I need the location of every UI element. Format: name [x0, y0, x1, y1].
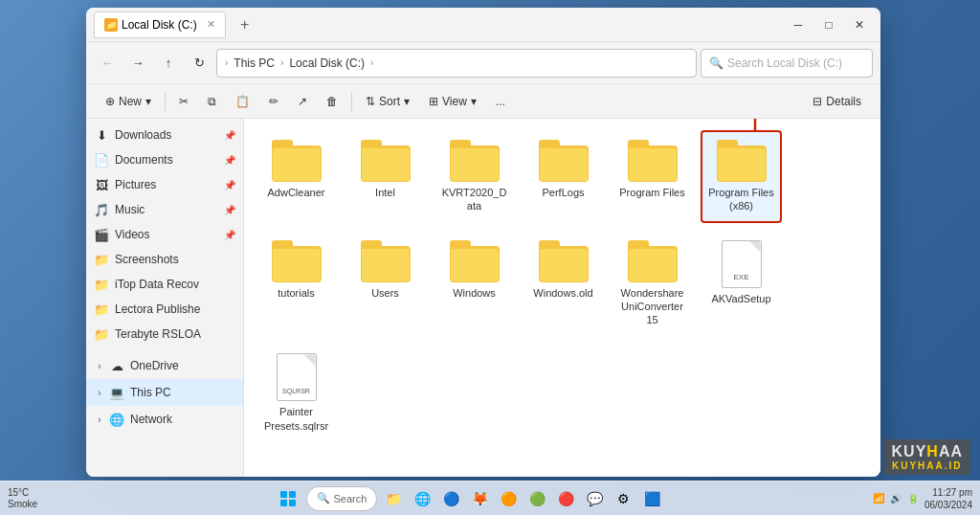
sort-button[interactable]: ⇅ Sort ▾	[358, 91, 417, 112]
ribbon-toolbar: ⊕ New ▾ ✂ ⧉ 📋 ✏ ↗ 🗑	[86, 84, 880, 119]
file-item-adwcleaner[interactable]: AdwCleaner	[256, 130, 337, 223]
close-button[interactable]: ✕	[846, 11, 873, 38]
sort-icon: ⇅	[366, 95, 375, 108]
pin-icon-4: 📌	[224, 205, 235, 215]
taskbar-app1-icon[interactable]: 🟠	[496, 486, 521, 511]
file-item-intel[interactable]: Intel	[345, 130, 426, 223]
time-display[interactable]: 11:27 pm 06/03/2024	[924, 486, 972, 511]
taskbar-search[interactable]: 🔍 Search	[306, 486, 378, 511]
maximize-button[interactable]: □	[815, 11, 842, 38]
file-item-windows[interactable]: Windows	[434, 231, 515, 337]
folder-icon-3: 📁	[94, 302, 109, 317]
sidebar-item-documents[interactable]: 📄 Documents 📌	[86, 147, 243, 172]
copy-button[interactable]: ⧉	[200, 91, 224, 112]
file-icon-painter: SQLRSR	[277, 353, 317, 401]
network-icon: 🌐	[109, 412, 124, 427]
sidebar-group-thispc[interactable]: › 💻 This PC	[86, 379, 243, 406]
watermark-h: H	[926, 443, 939, 459]
back-button[interactable]: ←	[94, 50, 121, 77]
folder-icon-windowsold	[539, 240, 589, 282]
taskbar-chrome-icon[interactable]: 🔵	[438, 486, 463, 511]
more-button[interactable]: ...	[488, 91, 513, 112]
folder-icon-1: 📁	[94, 252, 109, 267]
file-item-kvrt2020[interactable]: KVRT2020_Data	[434, 130, 515, 223]
taskbar-weather: 15°C Smoke	[8, 487, 37, 510]
new-tab-button[interactable]: +	[232, 11, 258, 38]
sidebar-item-videos[interactable]: 🎬 Videos 📌	[86, 222, 243, 247]
speaker-icon: 🔊	[890, 493, 902, 504]
file-item-users[interactable]: Users	[345, 231, 426, 337]
file-item-windowsold[interactable]: Windows.old	[523, 231, 604, 337]
pin-icon: 📌	[224, 130, 235, 141]
sidebar-group-network[interactable]: › 🌐 Network	[86, 406, 243, 433]
folder-icon-kvrt2020	[450, 140, 500, 182]
tab-close-icon[interactable]: ✕	[207, 18, 215, 31]
nav-separator-icon: ›	[225, 57, 228, 68]
sidebar-group-onedrive[interactable]: › ☁ OneDrive	[86, 352, 243, 379]
cut-icon: ✂	[179, 95, 189, 108]
videos-icon: 🎬	[94, 227, 109, 242]
details-button[interactable]: ⊟ Details	[805, 91, 869, 112]
paste-button[interactable]: 📋	[228, 91, 257, 112]
sidebar-item-terabyte[interactable]: 📁 Terabyte RSLOA	[86, 322, 243, 347]
file-item-akvadsetup[interactable]: EXE AKVadSetup	[701, 231, 782, 337]
title-bar-left: 📁 Local Disk (C:) ✕ +	[94, 11, 785, 38]
documents-icon: 📄	[94, 152, 109, 168]
view-dropdown-icon: ▾	[471, 95, 477, 108]
file-item-perflogs[interactable]: PerfLogs	[523, 130, 604, 223]
address-this-pc[interactable]: This PC	[234, 56, 275, 70]
taskbar-app2-icon[interactable]: 🟢	[524, 486, 549, 511]
sidebar: ⬇ Downloads 📌 📄 Documents 📌 🖼 Pictures 📌	[86, 119, 244, 477]
pictures-icon: 🖼	[94, 177, 109, 192]
taskbar-edge-icon[interactable]: 🌐	[410, 486, 434, 511]
taskbar-explorer-icon[interactable]: 📁	[381, 486, 406, 511]
new-button[interactable]: ⊕ New ▾	[98, 91, 159, 112]
minimize-button[interactable]: ─	[785, 11, 812, 38]
sidebar-item-music[interactable]: 🎵 Music 📌	[86, 197, 243, 222]
red-arrow-annotation	[746, 119, 765, 134]
up-button[interactable]: ↑	[155, 50, 182, 77]
sidebar-item-lectora[interactable]: 📁 Lectora Publishe	[86, 297, 243, 322]
window-controls: ─ □ ✕	[785, 11, 873, 38]
file-area: AdwCleaner Intel	[244, 119, 880, 477]
file-item-painter[interactable]: SQLRSR Painter Presets.sqlrsr	[256, 344, 337, 442]
taskbar-app5-icon[interactable]: ⚙	[611, 486, 635, 511]
navigation-toolbar: ← → ↑ ↻ › This PC › Local Disk (C:) › 🔍 …	[86, 42, 880, 84]
folder-icon-programfiles	[628, 140, 678, 182]
file-item-programfilesx86[interactable]: Program Files (x86)	[701, 130, 782, 223]
taskbar-firefox-icon[interactable]: 🦊	[467, 486, 492, 511]
address-local-disk[interactable]: Local Disk (C:)	[289, 56, 365, 70]
rename-button[interactable]: ✏	[261, 91, 286, 112]
ribbon-sep-2	[351, 92, 352, 111]
taskbar-app3-icon[interactable]: 🔴	[553, 486, 578, 511]
sidebar-item-pictures[interactable]: 🖼 Pictures 📌	[86, 172, 243, 197]
taskbar-search-icon: 🔍	[317, 492, 330, 504]
delete-button[interactable]: 🗑	[319, 91, 345, 112]
share-button[interactable]: ↗	[290, 91, 315, 112]
file-label-tutorials: tutorials	[278, 286, 315, 300]
refresh-button[interactable]: ↻	[186, 50, 212, 77]
sidebar-item-screenshots[interactable]: 📁 Screenshots	[86, 247, 243, 272]
tab-title: Local Disk (C:)	[122, 18, 197, 32]
taskbar-app6-icon[interactable]: 🟦	[639, 486, 664, 511]
view-button[interactable]: ⊞ View ▾	[421, 91, 484, 112]
folder-icon-users	[361, 240, 411, 282]
folder-icon-programfilesx86	[717, 140, 767, 182]
taskbar-app4-icon[interactable]: 💬	[582, 486, 607, 511]
search-bar[interactable]: 🔍 Search Local Disk (C:)	[701, 49, 873, 78]
window-tab[interactable]: 📁 Local Disk (C:) ✕	[94, 11, 226, 38]
file-label-windowsold: Windows.old	[533, 286, 592, 300]
pin-icon-2: 📌	[224, 155, 235, 166]
rename-icon: ✏	[269, 95, 278, 108]
file-item-tutorials[interactable]: tutorials	[256, 231, 337, 337]
title-bar: 📁 Local Disk (C:) ✕ + ─ □ ✕	[86, 8, 880, 42]
file-item-wondershare[interactable]: Wondershare UniConverter 15	[612, 231, 693, 337]
weather-temp: 15°C	[8, 487, 37, 499]
file-item-programfiles[interactable]: Program Files	[612, 130, 693, 223]
start-button[interactable]	[274, 484, 302, 513]
cut-button[interactable]: ✂	[171, 91, 196, 112]
sidebar-item-itop[interactable]: 📁 iTop Data Recov	[86, 272, 243, 297]
sidebar-item-downloads[interactable]: ⬇ Downloads 📌	[86, 123, 243, 147]
address-bar[interactable]: › This PC › Local Disk (C:) ›	[216, 49, 697, 78]
forward-button[interactable]: →	[124, 50, 151, 77]
